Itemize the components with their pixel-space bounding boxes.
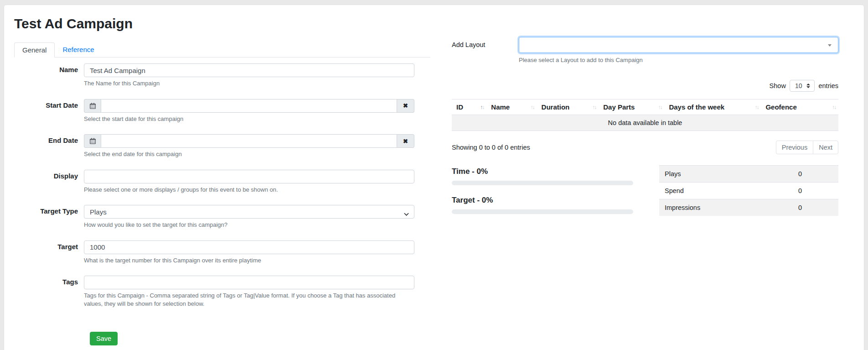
- page-length-value: 10: [795, 82, 802, 89]
- table-footer-row: Showing 0 to 0 of 0 entries Previous Nex…: [452, 141, 838, 154]
- empty-table-message: No data available in table: [452, 115, 838, 131]
- name-help: The Name for this Campaign: [84, 79, 414, 88]
- tab-general[interactable]: General: [14, 42, 55, 57]
- column-label: Name: [491, 103, 510, 111]
- next-page-button[interactable]: Next: [813, 141, 838, 154]
- sort-icon: ↑↓: [531, 104, 534, 110]
- pagination: Previous Next: [776, 141, 838, 154]
- x-icon: ✖: [403, 102, 408, 109]
- target-progress-bar: [452, 209, 633, 214]
- column-label: Days of the week: [669, 103, 724, 111]
- add-layout-help: Please select a Layout to add to this Ca…: [519, 57, 838, 63]
- column-header-day-parts[interactable]: Day Parts↑↓: [599, 99, 664, 115]
- column-header-days-of-week[interactable]: Days of the week↑↓: [664, 99, 761, 115]
- sort-icon: ↑↓: [480, 104, 484, 110]
- add-layout-row: Add Layout: [452, 37, 838, 53]
- form-group-display: Display Please select one or more displa…: [14, 170, 430, 194]
- column-label: Geofence: [765, 103, 796, 111]
- show-label: Show: [770, 82, 786, 89]
- form-group-name: Name The Name for this Campaign: [14, 63, 430, 88]
- add-layout-select[interactable]: [519, 37, 838, 53]
- chevron-down-icon: [404, 210, 409, 218]
- target-help: What is the target number for this Campa…: [84, 256, 414, 265]
- stats-label: Plays: [659, 166, 770, 183]
- stats-label: Spend: [659, 183, 770, 199]
- start-date-help: Select the start date for this campaign: [84, 115, 414, 123]
- time-progress-bar: [452, 181, 633, 185]
- calendar-icon: [84, 134, 101, 148]
- tags-label: Tags: [14, 276, 84, 308]
- calendar-icon: [84, 99, 101, 113]
- table-length-control: Show 10 entries: [452, 80, 838, 92]
- column-header-geofence[interactable]: Geofence↑↓: [761, 99, 838, 115]
- target-progress-label: Target - 0%: [452, 196, 633, 205]
- start-date-label: Start Date: [14, 99, 84, 123]
- form-group-target-type: Target Type Plays How would you like to …: [14, 205, 430, 229]
- layouts-table: ID↑↓ Name↑↓ Duration↑↓ Day Parts↑↓ Days …: [452, 99, 838, 131]
- save-button[interactable]: Save: [90, 332, 118, 345]
- tags-help: Tags for this Campaign - Comma separated…: [84, 292, 414, 308]
- tab-bar: General Reference: [14, 42, 430, 57]
- stats-value: 0: [770, 183, 838, 199]
- name-label: Name: [14, 63, 84, 88]
- column-label: Day Parts: [603, 103, 635, 111]
- previous-page-button[interactable]: Previous: [776, 141, 813, 154]
- main-card: Test Ad Campaign General Reference Name …: [4, 5, 864, 350]
- form-group-target: Target What is the target number for thi…: [14, 240, 430, 265]
- stats-value: 0: [770, 166, 838, 183]
- page-title: Test Ad Campaign: [14, 16, 430, 31]
- time-progress-label: Time - 0%: [452, 167, 633, 176]
- target-type-help: How would you like to set the target for…: [84, 221, 414, 229]
- column-label: ID: [456, 103, 463, 111]
- up-down-arrows-icon: [806, 84, 810, 88]
- add-layout-label: Add Layout: [452, 37, 519, 53]
- sort-icon: ↑↓: [658, 104, 661, 110]
- stats-row-plays: Plays 0: [659, 166, 838, 183]
- form-group-start-date: Start Date ✖ Select the start date for t…: [14, 99, 430, 123]
- column-header-name[interactable]: Name↑↓: [486, 99, 537, 115]
- name-input[interactable]: [84, 63, 414, 77]
- display-help: Please select one or more displays / gro…: [84, 186, 414, 194]
- column-label: Duration: [542, 103, 570, 111]
- tab-reference[interactable]: Reference: [55, 42, 102, 57]
- stats-label: Impressions: [659, 199, 770, 216]
- stats-row-spend: Spend 0: [659, 183, 838, 199]
- display-label: Display: [14, 170, 84, 194]
- display-input[interactable]: [84, 170, 414, 183]
- stats-value: 0: [770, 199, 838, 216]
- progress-column: Time - 0% Target - 0%: [452, 165, 633, 216]
- x-icon: ✖: [403, 138, 408, 145]
- end-date-clear-button[interactable]: ✖: [397, 134, 414, 148]
- stats-table: Plays 0 Spend 0 Impressions 0: [659, 165, 838, 216]
- form-group-end-date: End Date ✖ Select the end date for this …: [14, 134, 430, 158]
- sort-icon: ↑↓: [592, 104, 596, 110]
- target-type-label: Target Type: [14, 205, 84, 229]
- column-header-id[interactable]: ID↑↓: [452, 99, 486, 115]
- table-info: Showing 0 to 0 of 0 entries: [452, 144, 530, 151]
- end-date-input[interactable]: [101, 134, 397, 148]
- target-type-select[interactable]: Plays: [84, 205, 414, 219]
- empty-table-row: No data available in table: [452, 115, 838, 131]
- target-label: Target: [14, 240, 84, 265]
- tags-input[interactable]: [84, 276, 414, 289]
- layouts-table-header-row: ID↑↓ Name↑↓ Duration↑↓ Day Parts↑↓ Days …: [452, 99, 838, 115]
- end-date-help: Select the end date for this campaign: [84, 150, 414, 158]
- page-length-select[interactable]: 10: [790, 80, 815, 92]
- form-group-tags: Tags Tags for this Campaign - Comma sepa…: [14, 276, 430, 308]
- layout-panel: Add Layout Please select a Layout to add…: [452, 37, 838, 345]
- end-date-label: End Date: [14, 134, 84, 158]
- target-type-selected-value: Plays: [90, 208, 107, 216]
- start-date-input[interactable]: [101, 99, 397, 113]
- campaign-stats-section: Time - 0% Target - 0% Plays 0 Spend 0: [452, 165, 838, 216]
- general-tab-content: Name The Name for this Campaign Start Da…: [14, 63, 430, 345]
- sort-icon: ↑↓: [832, 104, 836, 110]
- entries-label: entries: [818, 82, 838, 89]
- start-date-clear-button[interactable]: ✖: [397, 99, 414, 113]
- sort-icon: ↑↓: [754, 104, 758, 110]
- campaign-form-panel: Test Ad Campaign General Reference Name …: [14, 13, 430, 345]
- stats-row-impressions: Impressions 0: [659, 199, 838, 216]
- column-header-duration[interactable]: Duration↑↓: [537, 99, 599, 115]
- target-input[interactable]: [84, 240, 414, 254]
- dropdown-arrow-icon: [828, 44, 832, 47]
